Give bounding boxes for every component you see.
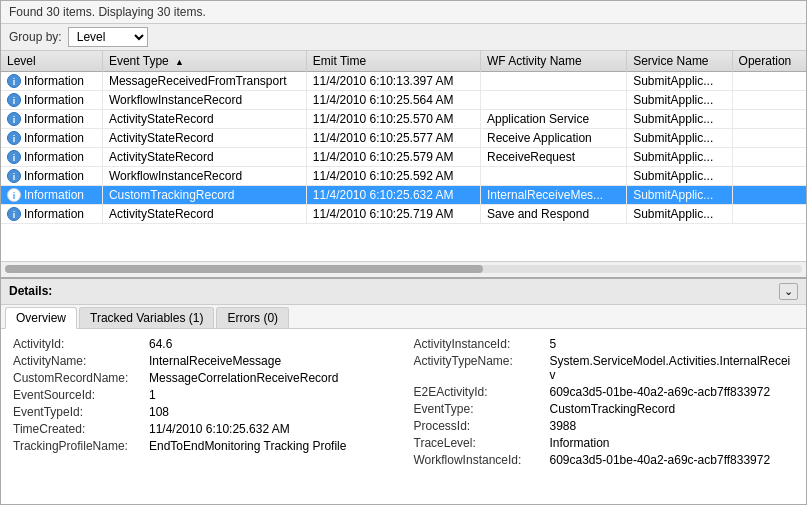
level-text: Information	[24, 131, 84, 145]
cell-emit-time: 11/4/2010 6:10:13.397 AM	[306, 72, 480, 91]
cell-event-type: MessageReceivedFromTransport	[102, 72, 306, 91]
detail-row: EventType:CustomTrackingRecord	[414, 402, 795, 416]
cell-event-type: ActivityStateRecord	[102, 110, 306, 129]
cell-wf-activity	[481, 72, 627, 91]
detail-value: EndToEndMonitoring Tracking Profile	[149, 439, 346, 453]
detail-value: 64.6	[149, 337, 172, 351]
sort-icon: ▲	[175, 57, 184, 67]
scroll-track	[5, 265, 802, 273]
tabs-bar: Overview Tracked Variables (1) Errors (0…	[1, 305, 806, 329]
cell-emit-time: 11/4/2010 6:10:25.579 AM	[306, 148, 480, 167]
found-items-bar: Found 30 items. Displaying 30 items.	[1, 1, 806, 24]
table-wrapper[interactable]: Level Event Type ▲ Emit Time WF Activity…	[1, 51, 806, 261]
cell-level: iInformation	[1, 205, 102, 224]
col-operation[interactable]: Operation	[732, 51, 806, 72]
info-icon: i	[7, 188, 21, 202]
tab-tracked-variables[interactable]: Tracked Variables (1)	[79, 307, 214, 328]
detail-row: WorkflowInstanceId:609ca3d5-01be-40a2-a6…	[414, 453, 795, 467]
info-icon: i	[7, 207, 21, 221]
col-level[interactable]: Level	[1, 51, 102, 72]
details-left-column: ActivityId:64.6ActivityName:InternalRece…	[13, 337, 394, 497]
table-row[interactable]: iInformationWorkflowInstanceRecord11/4/2…	[1, 167, 806, 186]
cell-event-type: CustomTrackingRecord	[102, 186, 306, 205]
info-icon: i	[7, 169, 21, 183]
table-row[interactable]: iInformationActivityStateRecord11/4/2010…	[1, 148, 806, 167]
found-items-text: Found 30 items. Displaying 30 items.	[9, 5, 206, 19]
table-area: Level Event Type ▲ Emit Time WF Activity…	[1, 51, 806, 277]
level-text: Information	[24, 74, 84, 88]
horizontal-scrollbar[interactable]	[1, 261, 806, 277]
group-by-label: Group by:	[9, 30, 62, 44]
group-by-select[interactable]: Level	[68, 27, 148, 47]
info-icon: i	[7, 131, 21, 145]
cell-wf-activity: ReceiveRequest	[481, 148, 627, 167]
table-row[interactable]: iInformationCustomTrackingRecord11/4/201…	[1, 186, 806, 205]
col-wf-activity[interactable]: WF Activity Name	[481, 51, 627, 72]
table-row[interactable]: iInformationMessageReceivedFromTransport…	[1, 72, 806, 91]
cell-operation	[732, 129, 806, 148]
cell-wf-activity: InternalReceiveMes...	[481, 186, 627, 205]
cell-level: iInformation	[1, 148, 102, 167]
cell-service-name: SubmitApplic...	[627, 91, 732, 110]
cell-emit-time: 11/4/2010 6:10:25.564 AM	[306, 91, 480, 110]
detail-row: ActivityTypeName:System.ServiceModel.Act…	[414, 354, 795, 382]
svg-text:i: i	[13, 96, 16, 106]
level-text: Information	[24, 169, 84, 183]
detail-row: EventSourceId:1	[13, 388, 394, 402]
tab-errors[interactable]: Errors (0)	[216, 307, 289, 328]
col-emit-time[interactable]: Emit Time	[306, 51, 480, 72]
info-icon: i	[7, 74, 21, 88]
cell-emit-time: 11/4/2010 6:10:25.592 AM	[306, 167, 480, 186]
detail-label: EventTypeId:	[13, 405, 143, 419]
cell-service-name: SubmitApplic...	[627, 129, 732, 148]
cell-emit-time: 11/4/2010 6:10:25.632 AM	[306, 186, 480, 205]
table-row[interactable]: iInformationActivityStateRecord11/4/2010…	[1, 205, 806, 224]
cell-level: iInformation	[1, 91, 102, 110]
svg-text:i: i	[13, 191, 16, 201]
detail-value: 609ca3d5-01be-40a2-a69c-acb7ff833972	[550, 453, 771, 467]
table-body: iInformationMessageReceivedFromTransport…	[1, 72, 806, 224]
level-text: Information	[24, 93, 84, 107]
detail-value: 1	[149, 388, 156, 402]
details-content: ActivityId:64.6ActivityName:InternalRece…	[1, 329, 806, 505]
group-by-bar: Group by: Level	[1, 24, 806, 51]
detail-label: ActivityId:	[13, 337, 143, 351]
cell-operation	[732, 91, 806, 110]
cell-operation	[732, 186, 806, 205]
cell-event-type: ActivityStateRecord	[102, 129, 306, 148]
detail-row: ProcessId:3988	[414, 419, 795, 433]
cell-service-name: SubmitApplic...	[627, 72, 732, 91]
detail-value: 609ca3d5-01be-40a2-a69c-acb7ff833972	[550, 385, 771, 399]
cell-service-name: SubmitApplic...	[627, 148, 732, 167]
table-row[interactable]: iInformationActivityStateRecord11/4/2010…	[1, 110, 806, 129]
detail-row: E2EActivityId:609ca3d5-01be-40a2-a69c-ac…	[414, 385, 795, 399]
cell-event-type: WorkflowInstanceRecord	[102, 167, 306, 186]
col-event-type[interactable]: Event Type ▲	[102, 51, 306, 72]
table-row[interactable]: iInformationWorkflowInstanceRecord11/4/2…	[1, 91, 806, 110]
detail-label: E2EActivityId:	[414, 385, 544, 399]
info-icon: i	[7, 112, 21, 126]
cell-level: iInformation	[1, 110, 102, 129]
detail-label: TraceLevel:	[414, 436, 544, 450]
col-service-name[interactable]: Service Name	[627, 51, 732, 72]
table-row[interactable]: iInformationActivityStateRecord11/4/2010…	[1, 129, 806, 148]
detail-label: ActivityName:	[13, 354, 143, 368]
cell-event-type: WorkflowInstanceRecord	[102, 91, 306, 110]
svg-text:i: i	[13, 153, 16, 163]
details-header: Details: ⌄	[1, 279, 806, 305]
info-icon: i	[7, 150, 21, 164]
detail-row: TrackingProfileName:EndToEndMonitoring T…	[13, 439, 394, 453]
cell-level: iInformation	[1, 186, 102, 205]
detail-value: 108	[149, 405, 169, 419]
cell-wf-activity: Save and Respond	[481, 205, 627, 224]
detail-value: 5	[550, 337, 557, 351]
detail-label: ProcessId:	[414, 419, 544, 433]
detail-label: EventSourceId:	[13, 388, 143, 402]
detail-value: InternalReceiveMessage	[149, 354, 281, 368]
collapse-button[interactable]: ⌄	[779, 283, 798, 300]
details-panel: Details: ⌄ Overview Tracked Variables (1…	[1, 277, 806, 505]
detail-label: ActivityInstanceId:	[414, 337, 544, 351]
cell-event-type: ActivityStateRecord	[102, 148, 306, 167]
detail-row: EventTypeId:108	[13, 405, 394, 419]
tab-overview[interactable]: Overview	[5, 307, 77, 329]
